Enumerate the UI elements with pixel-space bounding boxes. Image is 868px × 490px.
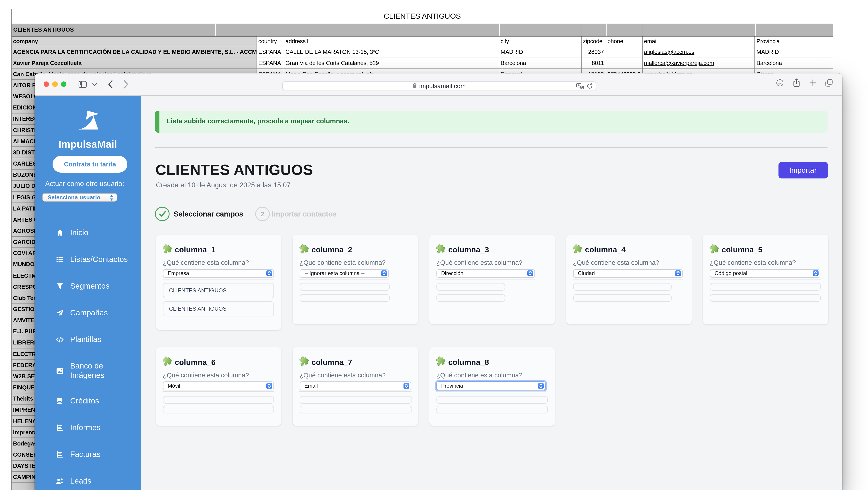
svg-text:A: A [578, 84, 580, 87]
svg-text:文: 文 [580, 86, 583, 89]
